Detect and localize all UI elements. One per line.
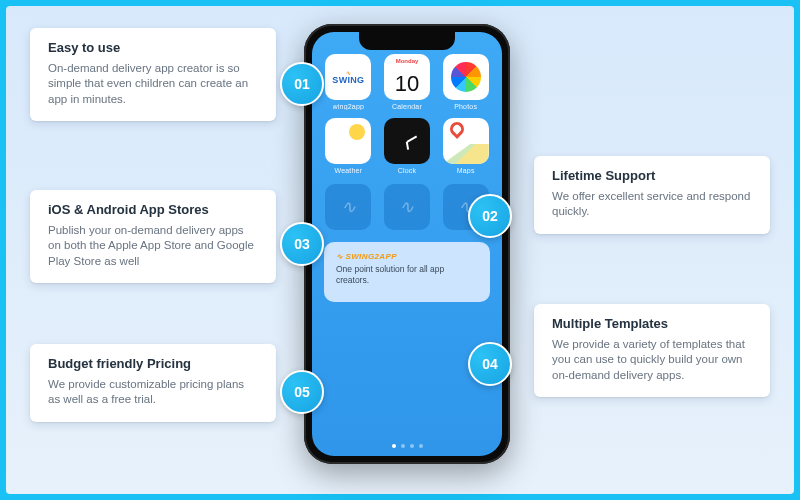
dot-icon [401, 444, 405, 448]
feature-title: Budget friendly Pricing [48, 356, 258, 372]
feature-desc: Publish your on-demand delivery apps on … [48, 223, 258, 270]
feature-badge-2: 02 [468, 194, 512, 238]
app-label: wing2app [333, 103, 365, 110]
widget-tagline: One point solution for all app creators. [336, 264, 478, 286]
badge-number: 03 [294, 236, 310, 252]
phone-screen: ∿SWING wing2app Monday 10 Calendar Photo… [312, 32, 502, 456]
app-label: Photos [454, 103, 477, 110]
clock-icon [384, 118, 430, 164]
feature-desc: We provide a variety of templates that y… [552, 337, 752, 384]
badge-number: 01 [294, 76, 310, 92]
feature-title: Multiple Templates [552, 316, 752, 332]
app-photos: Photos [441, 54, 490, 110]
app-label: Maps [457, 167, 475, 174]
feature-card-easy: Easy to use On-demand delivery app creat… [30, 28, 276, 121]
app-label: Weather [334, 167, 362, 174]
feature-card-support: Lifetime Support We offer excellent serv… [534, 156, 770, 234]
feature-badge-3: 03 [280, 222, 324, 266]
phone-notch [359, 32, 455, 50]
app-label: Clock [398, 167, 417, 174]
app-label: Calendar [392, 103, 422, 110]
app-grid: ∿SWING wing2app Monday 10 Calendar Photo… [312, 32, 502, 174]
widget-brand-text: SWING2APP [345, 252, 399, 261]
badge-number: 04 [482, 356, 498, 372]
calendar-weekday: Monday [384, 54, 430, 67]
feature-title: iOS & Android App Stores [48, 202, 258, 218]
feature-desc: We offer excellent service and respond q… [552, 189, 752, 220]
feature-card-templates: Multiple Templates We provide a variety … [534, 304, 770, 397]
feature-desc: We provide customizable pricing plans as… [48, 377, 258, 408]
app-clock: Clock [383, 118, 432, 174]
photos-icon [443, 54, 489, 100]
badge-number: 05 [294, 384, 310, 400]
phone-mockup: ∿SWING wing2app Monday 10 Calendar Photo… [304, 24, 510, 464]
calendar-day: 10 [384, 67, 430, 100]
widget-brand: ∿SWING2APP [336, 252, 478, 261]
app-weather: Weather [324, 118, 373, 174]
feature-card-stores: iOS & Android App Stores Publish your on… [30, 190, 276, 283]
app-maps: Maps [441, 118, 490, 174]
feature-card-pricing: Budget friendly Pricing We provide custo… [30, 344, 276, 422]
placeholder-slot-icon: ∿ [384, 184, 430, 230]
dot-icon [392, 444, 396, 448]
feature-badge-1: 01 [280, 62, 324, 106]
swing2app-icon: ∿SWING [325, 54, 371, 100]
feature-desc: On-demand delivery app creator is so sim… [48, 61, 258, 108]
placeholder-slot-icon: ∿ [325, 184, 371, 230]
dot-icon [410, 444, 414, 448]
swing2app-widget: ∿SWING2APP One point solution for all ap… [324, 242, 490, 302]
feature-badge-4: 04 [468, 342, 512, 386]
hero-arena: Easy to use On-demand delivery app creat… [6, 6, 794, 494]
app-calendar: Monday 10 Calendar [383, 54, 432, 110]
calendar-icon: Monday 10 [384, 54, 430, 100]
feature-badge-5: 05 [280, 370, 324, 414]
weather-icon [325, 118, 371, 164]
feature-title: Lifetime Support [552, 168, 752, 184]
dot-icon [419, 444, 423, 448]
feature-title: Easy to use [48, 40, 258, 56]
maps-icon [443, 118, 489, 164]
badge-number: 02 [482, 208, 498, 224]
page-dots [312, 444, 502, 448]
app-swing2app: ∿SWING wing2app [324, 54, 373, 110]
